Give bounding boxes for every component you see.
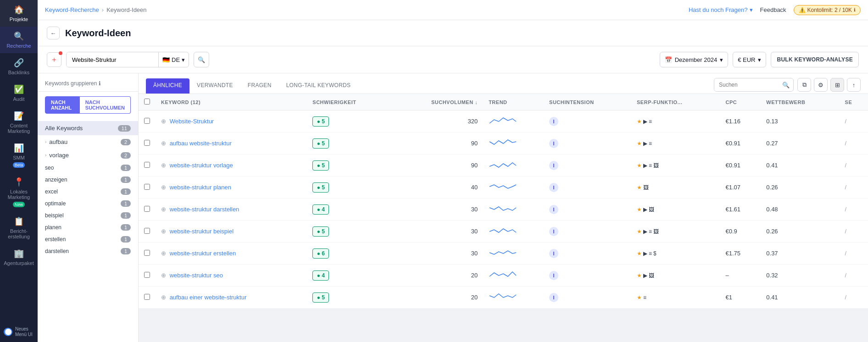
- chart-icon[interactable]: /: [845, 140, 847, 147]
- keyword-link[interactable]: aufbau einer website-struktur: [170, 294, 247, 301]
- sidebar-item-backlinks[interactable]: 🔗 Backlinks: [0, 53, 38, 80]
- currency-selector[interactable]: € EUR ▾: [733, 52, 766, 67]
- col-difficulty[interactable]: SCHWIERIGKEIT: [307, 94, 393, 110]
- add-to-list-icon[interactable]: ⊕: [161, 250, 166, 257]
- all-keywords-item[interactable]: Alle Keywords 11: [38, 121, 138, 135]
- tab-verwandte[interactable]: VERWANDTE: [189, 78, 240, 94]
- copy-button[interactable]: ⧉: [797, 78, 811, 92]
- chart-icon[interactable]: /: [845, 272, 847, 279]
- row-checkbox[interactable]: [144, 294, 150, 300]
- sidebar-item-projekte[interactable]: 🏠 Projekte: [0, 0, 38, 27]
- calendar-icon: 📅: [665, 56, 672, 63]
- add-to-list-icon[interactable]: ⊕: [161, 228, 166, 235]
- language-selector[interactable]: 🇩🇪 DE ▾: [158, 52, 189, 67]
- back-button[interactable]: ←: [47, 27, 60, 39]
- kw-single-planen[interactable]: planen 1: [38, 221, 138, 233]
- table-search-input[interactable]: [714, 78, 779, 91]
- add-to-list-icon[interactable]: ⊕: [161, 118, 166, 125]
- chart-icon[interactable]: /: [845, 162, 847, 169]
- chart-icon[interactable]: /: [845, 250, 847, 257]
- search-button[interactable]: 🔍: [194, 52, 209, 67]
- kw-single-anzeigen[interactable]: anzeigen 1: [38, 174, 138, 186]
- keyword-link[interactable]: website-struktur darstellen: [170, 206, 239, 213]
- difficulty-badge: ● 6: [312, 248, 329, 259]
- chart-icon[interactable]: /: [845, 184, 847, 191]
- intent-badge[interactable]: I: [549, 293, 558, 302]
- export-button[interactable]: ↑: [847, 78, 861, 92]
- tab-aehnliche[interactable]: ÄHNLICHE: [146, 78, 189, 94]
- volume-value: 90: [471, 162, 478, 169]
- keyword-link[interactable]: website-struktur seo: [170, 272, 223, 279]
- intent-badge[interactable]: I: [549, 249, 558, 258]
- new-menu-toggle[interactable]: Neues Menü UI: [0, 322, 38, 342]
- add-to-list-icon[interactable]: ⊕: [161, 272, 166, 279]
- toggle-switch[interactable]: [4, 328, 12, 336]
- sidebar-item-agenturpaket[interactable]: 🏢 Agenturpaket: [0, 244, 38, 270]
- row-checkbox[interactable]: [144, 228, 150, 234]
- intent-badge[interactable]: I: [549, 227, 558, 236]
- sidebar-item-content-marketing[interactable]: 📝 Content Marketing: [0, 106, 38, 138]
- row-checkbox[interactable]: [144, 118, 150, 124]
- sidebar-item-recherche[interactable]: 🔍 Recherche: [0, 27, 38, 53]
- row-checkbox[interactable]: [144, 206, 150, 212]
- chart-icon[interactable]: /: [845, 228, 847, 235]
- keyword-link[interactable]: website-struktur vorlage: [170, 162, 233, 169]
- kw-single-darstellen[interactable]: darstellen 1: [38, 245, 138, 257]
- add-to-list-icon[interactable]: ⊕: [161, 294, 166, 301]
- keyword-link[interactable]: website-struktur erstellen: [170, 250, 236, 257]
- chart-icon[interactable]: /: [845, 118, 847, 125]
- kw-single-beispiel[interactable]: beispiel 1: [38, 210, 138, 221]
- tab-longtail[interactable]: LONG-TAIL KEYWORDS: [279, 78, 358, 94]
- search-filter-icon: 🔍: [779, 82, 793, 88]
- row-checkbox[interactable]: [144, 250, 150, 256]
- row-checkbox[interactable]: [144, 162, 150, 168]
- chart-icon[interactable]: /: [845, 206, 847, 213]
- kw-single-erstellen[interactable]: erstellen 1: [38, 233, 138, 245]
- sidebar-item-lokales[interactable]: 📍 Lokales Marketing New: [0, 172, 38, 212]
- tab-fragen[interactable]: FRAGEN: [240, 78, 279, 94]
- serp-icons: ★ ▶ ≡ 🖼: [637, 228, 714, 235]
- kw-single-optimale[interactable]: optimale 1: [38, 198, 138, 210]
- select-all-checkbox[interactable]: [144, 99, 150, 105]
- intent-badge[interactable]: I: [549, 161, 558, 170]
- add-to-list-icon[interactable]: ⊕: [161, 162, 166, 169]
- keyword-search-input[interactable]: [67, 52, 158, 67]
- image-icon: 🖼: [653, 228, 659, 235]
- help-button[interactable]: Hast du noch Fragen? ▾: [689, 6, 753, 13]
- keyword-link[interactable]: aufbau website-struktur: [170, 140, 232, 147]
- intent-badge[interactable]: I: [549, 271, 558, 280]
- kw-single-seo[interactable]: seo 1: [38, 162, 138, 174]
- sidebar-item-smm[interactable]: 📊 SMM Beta: [0, 138, 38, 172]
- add-to-list-icon[interactable]: ⊕: [161, 184, 166, 191]
- row-checkbox[interactable]: [144, 184, 150, 190]
- bulk-keyword-analysis-button[interactable]: BULK KEYWORD-ANALYSE: [771, 52, 859, 67]
- add-to-list-icon[interactable]: ⊕: [161, 206, 166, 213]
- keyword-link[interactable]: website-struktur planen: [170, 184, 231, 191]
- filter-button[interactable]: ⚙: [814, 78, 828, 92]
- intent-badge[interactable]: I: [549, 139, 558, 148]
- sort-by-count-button[interactable]: NACH ANZAHL: [45, 96, 80, 114]
- keyword-link[interactable]: website-struktur beispiel: [170, 228, 234, 235]
- star-icon: ★: [637, 294, 642, 301]
- row-checkbox[interactable]: [144, 272, 150, 278]
- sidebar-item-berichterstattung[interactable]: 📋 Bericht-erstellung: [0, 212, 38, 244]
- breadcrumb-keyword-recherche[interactable]: Keyword-Recherche: [45, 6, 99, 13]
- chart-icon[interactable]: /: [845, 294, 847, 301]
- add-keyword-button[interactable]: ＋: [47, 52, 61, 67]
- grid-view-button[interactable]: ⊞: [830, 78, 844, 92]
- kw-single-excel[interactable]: excel 1: [38, 186, 138, 198]
- intent-badge[interactable]: I: [549, 183, 558, 192]
- kw-group-aufbau[interactable]: › aufbau 2: [38, 135, 138, 149]
- col-volume[interactable]: SUCHVOLUMEN ↓: [393, 94, 483, 110]
- add-to-list-icon[interactable]: ⊕: [161, 140, 166, 147]
- sort-by-volume-button[interactable]: NACH SUCHVOLUMEN: [80, 96, 131, 114]
- intent-badge[interactable]: I: [549, 117, 558, 126]
- intent-badge[interactable]: I: [549, 205, 558, 214]
- keyword-link[interactable]: Website-Struktur: [170, 118, 214, 125]
- feedback-button[interactable]: Feedback: [760, 6, 786, 13]
- sidebar-item-audit[interactable]: ✅ Audit: [0, 80, 38, 106]
- date-selector[interactable]: 📅 Dezember 2024 ▾: [660, 52, 729, 67]
- extra-cell: /: [840, 243, 868, 265]
- row-checkbox[interactable]: [144, 140, 150, 146]
- kw-group-vorlage[interactable]: › vorlage 2: [38, 149, 138, 162]
